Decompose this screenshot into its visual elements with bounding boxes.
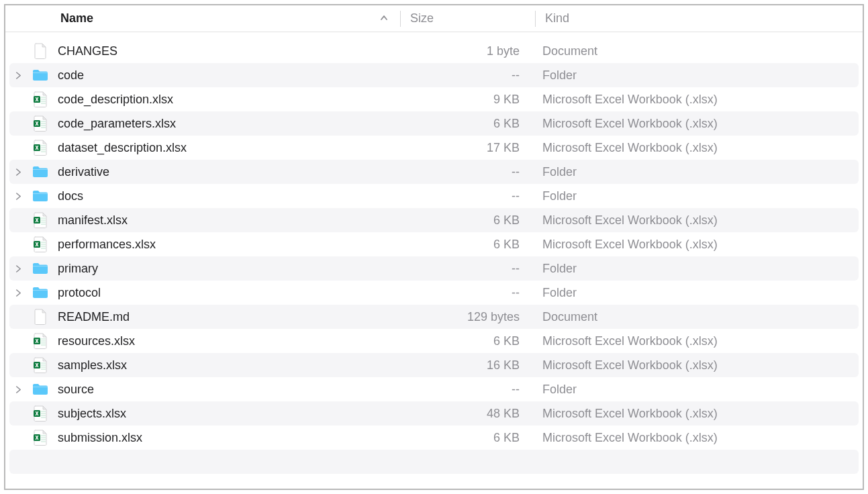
file-size: 17 KB [399, 141, 533, 155]
file-size: 1 byte [399, 44, 533, 58]
xlsx-icon [30, 111, 51, 136]
file-row[interactable]: manifest.xlsx6 KBMicrosoft Excel Workboo… [9, 208, 859, 232]
folder-icon [30, 184, 51, 208]
file-row[interactable]: performances.xlsx6 KBMicrosoft Excel Wor… [9, 232, 859, 256]
file-row[interactable]: source--Folder [9, 377, 859, 401]
column-header-size[interactable]: Size [401, 5, 535, 32]
file-name[interactable]: CHANGES [58, 44, 399, 58]
xlsx-icon [30, 87, 51, 111]
file-row[interactable]: primary--Folder [9, 256, 859, 281]
file-size: 6 KB [399, 117, 533, 131]
file-row[interactable]: code--Folder [9, 63, 859, 87]
file-size: 129 bytes [399, 310, 533, 324]
file-kind: Microsoft Excel Workbook (.xlsx) [533, 117, 859, 131]
file-kind: Microsoft Excel Workbook (.xlsx) [533, 334, 859, 348]
file-row[interactable]: protocol--Folder [9, 281, 859, 305]
chevron-right-icon [15, 265, 21, 273]
column-header-name[interactable]: Name [5, 5, 400, 32]
file-kind: Folder [533, 189, 859, 203]
folder-icon [30, 63, 51, 87]
xlsx-icon [30, 329, 51, 353]
file-kind: Folder [533, 262, 859, 276]
file-kind: Microsoft Excel Workbook (.xlsx) [533, 431, 859, 445]
xlsx-icon [30, 401, 51, 426]
file-name[interactable]: protocol [58, 286, 399, 300]
file-name[interactable]: manifest.xlsx [58, 213, 399, 228]
column-header-size-label: Size [410, 11, 434, 26]
xlsx-icon [30, 232, 51, 256]
file-kind: Microsoft Excel Workbook (.xlsx) [533, 407, 859, 421]
file-size: 9 KB [399, 93, 533, 107]
disclosure-triangle[interactable] [9, 193, 23, 200]
file-size: 48 KB [399, 407, 533, 421]
chevron-right-icon [15, 289, 21, 297]
file-size: -- [399, 383, 533, 397]
file-kind: Folder [533, 68, 859, 83]
file-size: 6 KB [399, 334, 533, 348]
file-size: -- [399, 262, 533, 276]
file-kind: Microsoft Excel Workbook (.xlsx) [533, 238, 859, 252]
file-rows: CHANGES1 byteDocumentcode--Foldercode_de… [5, 32, 863, 450]
file-row[interactable]: code_description.xlsx9 KBMicrosoft Excel… [9, 87, 859, 111]
file-name[interactable]: dataset_description.xlsx [58, 141, 399, 155]
file-kind: Folder [533, 383, 859, 397]
file-size: -- [399, 189, 533, 203]
file-size: 6 KB [399, 213, 533, 228]
file-kind: Document [533, 310, 859, 324]
doc-icon [30, 305, 51, 329]
column-header-kind[interactable]: Kind [536, 5, 863, 32]
disclosure-triangle[interactable] [9, 386, 23, 393]
file-kind: Document [533, 44, 859, 58]
disclosure-triangle[interactable] [9, 265, 23, 273]
chevron-right-icon [15, 168, 21, 176]
column-header-row: Name Size Kind [5, 5, 863, 32]
file-kind: Microsoft Excel Workbook (.xlsx) [533, 93, 859, 107]
file-list-window: Name Size Kind CHANGES1 byteDocumentcode… [4, 4, 864, 490]
disclosure-triangle[interactable] [9, 289, 23, 297]
trailing-stripe [9, 450, 859, 474]
file-name[interactable]: submission.xlsx [58, 431, 399, 445]
file-kind: Microsoft Excel Workbook (.xlsx) [533, 358, 859, 373]
file-row[interactable]: subjects.xlsx48 KBMicrosoft Excel Workbo… [9, 401, 859, 426]
folder-icon [30, 377, 51, 401]
file-name[interactable]: derivative [58, 165, 399, 179]
file-name[interactable]: code [58, 68, 399, 83]
file-kind: Microsoft Excel Workbook (.xlsx) [533, 213, 859, 228]
file-size: -- [399, 165, 533, 179]
file-size: 6 KB [399, 431, 533, 445]
folder-icon [30, 281, 51, 305]
file-size: -- [399, 286, 533, 300]
file-row[interactable]: README.md129 bytesDocument [9, 305, 859, 329]
chevron-right-icon [15, 72, 21, 79]
file-name[interactable]: code_description.xlsx [58, 93, 399, 107]
file-name[interactable]: source [58, 383, 399, 397]
file-name[interactable]: subjects.xlsx [58, 407, 399, 421]
file-size: -- [399, 68, 533, 83]
disclosure-triangle[interactable] [9, 168, 23, 176]
chevron-right-icon [15, 386, 21, 393]
file-kind: Folder [533, 286, 859, 300]
file-name[interactable]: resources.xlsx [58, 334, 399, 348]
xlsx-icon [30, 208, 51, 232]
file-row[interactable]: CHANGES1 byteDocument [9, 39, 859, 63]
disclosure-triangle[interactable] [9, 72, 23, 79]
chevron-right-icon [15, 193, 21, 200]
xlsx-icon [30, 136, 51, 160]
file-row[interactable]: docs--Folder [9, 184, 859, 208]
file-size: 6 KB [399, 238, 533, 252]
file-name[interactable]: code_parameters.xlsx [58, 117, 399, 131]
file-row[interactable]: dataset_description.xlsx17 KBMicrosoft E… [9, 136, 859, 160]
file-size: 16 KB [399, 358, 533, 373]
file-row[interactable]: submission.xlsx6 KBMicrosoft Excel Workb… [9, 426, 859, 450]
file-name[interactable]: performances.xlsx [58, 238, 399, 252]
file-name[interactable]: docs [58, 189, 399, 203]
file-kind: Microsoft Excel Workbook (.xlsx) [533, 141, 859, 155]
file-row[interactable]: code_parameters.xlsx6 KBMicrosoft Excel … [9, 111, 859, 136]
file-name[interactable]: README.md [58, 310, 399, 324]
file-row[interactable]: derivative--Folder [9, 160, 859, 184]
file-name[interactable]: samples.xlsx [58, 358, 399, 373]
file-row[interactable]: samples.xlsx16 KBMicrosoft Excel Workboo… [9, 353, 859, 377]
folder-icon [30, 256, 51, 281]
file-name[interactable]: primary [58, 262, 399, 276]
file-row[interactable]: resources.xlsx6 KBMicrosoft Excel Workbo… [9, 329, 859, 353]
